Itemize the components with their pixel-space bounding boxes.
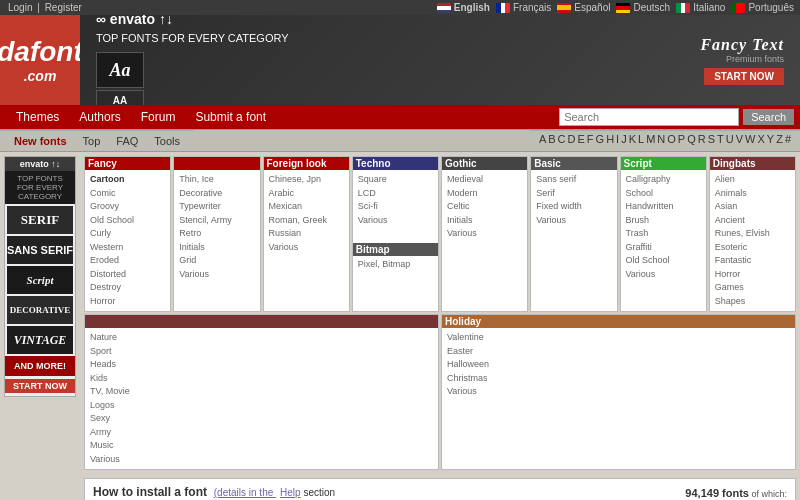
login-link[interactable]: Login <box>8 2 32 13</box>
cat-serif[interactable]: Serif <box>536 187 611 201</box>
lang-pt[interactable]: Português <box>731 2 794 13</box>
alpha-s[interactable]: S <box>708 133 715 145</box>
alpha-v[interactable]: V <box>736 133 743 145</box>
subnav-new-fonts[interactable]: New fonts <box>6 133 75 149</box>
cat-sans-serif[interactable]: Sans serif <box>536 173 611 187</box>
advertisement-banner[interactable]: ∞ envato ↑↓ TOP FONTS FOR EVERY CATEGORY… <box>80 15 800 105</box>
cat-destroy[interactable]: Destroy <box>90 281 165 295</box>
search-button[interactable]: Search <box>743 109 794 125</box>
alpha-g[interactable]: G <box>596 133 605 145</box>
lang-fr[interactable]: Français <box>496 2 551 13</box>
alpha-w[interactable]: W <box>745 133 755 145</box>
cat-pixel[interactable]: Pixel, Bitmap <box>358 258 433 272</box>
cat-brush[interactable]: Brush <box>626 214 701 228</box>
lang-en[interactable]: English <box>437 2 490 13</box>
cat-various-foreign[interactable]: Various <box>269 241 344 255</box>
cat-various-fancy[interactable]: Various <box>179 268 254 282</box>
lang-it[interactable]: Italiano <box>676 2 725 13</box>
alpha-z[interactable]: Z <box>776 133 783 145</box>
cat-horror[interactable]: Horror <box>715 268 790 282</box>
cat-mexican[interactable]: Mexican <box>269 200 344 214</box>
cat-scifi[interactable]: Sci-fi <box>358 200 433 214</box>
cat-various-script[interactable]: Various <box>626 268 701 282</box>
cat-lcd[interactable]: LCD <box>358 187 433 201</box>
cat-thin-ice[interactable]: Thin, Ice <box>179 173 254 187</box>
cat-tv-movie[interactable]: TV, Movie <box>90 385 433 399</box>
nav-submit[interactable]: Submit a font <box>185 105 276 129</box>
alpha-hash[interactable]: # <box>785 133 791 145</box>
subnav-tools[interactable]: Tools <box>146 133 188 149</box>
cat-halloween[interactable]: Halloween <box>447 358 790 372</box>
alpha-b[interactable]: B <box>548 133 555 145</box>
cat-arabic[interactable]: Arabic <box>269 187 344 201</box>
cat-comic[interactable]: Comic <box>90 187 165 201</box>
cat-trash[interactable]: Trash <box>626 227 701 241</box>
cat-runes[interactable]: Runes, Elvish <box>715 227 790 241</box>
ad-cta-button[interactable]: START NOW <box>704 68 784 85</box>
cat-various-techno[interactable]: Various <box>358 214 433 228</box>
alpha-j[interactable]: J <box>621 133 627 145</box>
cat-school[interactable]: School <box>626 187 701 201</box>
alpha-x[interactable]: X <box>757 133 764 145</box>
cat-square[interactable]: Square <box>358 173 433 187</box>
cat-games[interactable]: Games <box>715 281 790 295</box>
cat-logos[interactable]: Logos <box>90 399 433 413</box>
cat-kids[interactable]: Kids <box>90 372 433 386</box>
alpha-n[interactable]: N <box>657 133 665 145</box>
cat-sexy[interactable]: Sexy <box>90 412 433 426</box>
subnav-faq[interactable]: FAQ <box>108 133 146 149</box>
cat-army[interactable]: Army <box>90 426 433 440</box>
register-link[interactable]: Register <box>45 2 82 13</box>
cat-christmas[interactable]: Christmas <box>447 372 790 386</box>
alpha-h[interactable]: H <box>606 133 614 145</box>
cat-grid[interactable]: Grid <box>179 254 254 268</box>
cat-various-holiday[interactable]: Various <box>447 385 790 399</box>
search-input[interactable] <box>559 108 739 126</box>
cat-distorted[interactable]: Distorted <box>90 268 165 282</box>
alpha-k[interactable]: K <box>629 133 636 145</box>
sidebar-cta-button[interactable]: START NOW <box>5 379 75 393</box>
cat-horror[interactable]: Horror <box>90 295 165 309</box>
cat-groovy[interactable]: Groovy <box>90 200 165 214</box>
nav-themes[interactable]: Themes <box>6 105 69 129</box>
cat-calligraphy[interactable]: Calligraphy <box>626 173 701 187</box>
cat-script-old-school[interactable]: Old School <box>626 254 701 268</box>
lang-de[interactable]: Deutsch <box>616 2 670 13</box>
cat-music[interactable]: Music <box>90 439 433 453</box>
alpha-a[interactable]: A <box>539 133 546 145</box>
site-logo[interactable]: dafont .com <box>0 15 80 105</box>
cat-ancient[interactable]: Ancient <box>715 214 790 228</box>
alpha-f[interactable]: F <box>587 133 594 145</box>
lang-es[interactable]: Español <box>557 2 610 13</box>
cat-gothic-initials[interactable]: Initials <box>447 214 522 228</box>
cat-cartoon[interactable]: Cartoon <box>90 173 165 187</box>
subnav-top[interactable]: Top <box>75 133 109 149</box>
cat-typewriter[interactable]: Typewriter <box>179 200 254 214</box>
alpha-l[interactable]: L <box>638 133 644 145</box>
cat-various-dingbats[interactable]: Various <box>90 453 433 467</box>
cat-chinese[interactable]: Chinese, Jpn <box>269 173 344 187</box>
cat-modern[interactable]: Modern <box>447 187 522 201</box>
cat-valentine[interactable]: Valentine <box>447 331 790 345</box>
cat-russian[interactable]: Russian <box>269 227 344 241</box>
cat-retro[interactable]: Retro <box>179 227 254 241</box>
nav-forum[interactable]: Forum <box>131 105 186 129</box>
cat-medieval[interactable]: Medieval <box>447 173 522 187</box>
cat-roman[interactable]: Roman, Greek <box>269 214 344 228</box>
alpha-o[interactable]: O <box>667 133 676 145</box>
cat-alien[interactable]: Alien <box>715 173 790 187</box>
alpha-y[interactable]: Y <box>767 133 774 145</box>
cat-animals[interactable]: Animals <box>715 187 790 201</box>
cat-old-school[interactable]: Old School <box>90 214 165 228</box>
alpha-d[interactable]: D <box>568 133 576 145</box>
cat-shapes[interactable]: Shapes <box>715 295 790 309</box>
cat-esoteric[interactable]: Esoteric <box>715 241 790 255</box>
cat-sport[interactable]: Sport <box>90 345 433 359</box>
alpha-e[interactable]: E <box>578 133 585 145</box>
cat-graffiti[interactable]: Graffiti <box>626 241 701 255</box>
alpha-p[interactable]: P <box>678 133 685 145</box>
cat-celtic[interactable]: Celtic <box>447 200 522 214</box>
cat-handwritten[interactable]: Handwritten <box>626 200 701 214</box>
alpha-u[interactable]: U <box>726 133 734 145</box>
cat-various-basic[interactable]: Various <box>536 214 611 228</box>
